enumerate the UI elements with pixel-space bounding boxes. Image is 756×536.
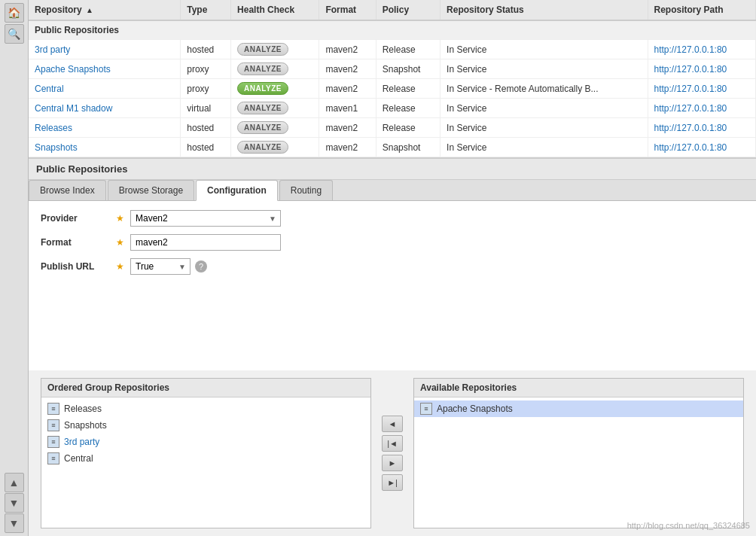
publish-url-help-icon[interactable]: ? <box>195 260 207 273</box>
provider-select-wrapper: Maven2 <box>130 210 281 227</box>
detail-panel: Public Repositories Browse Index Browse … <box>29 157 756 536</box>
repo-item-icon: ≡ <box>47 452 59 464</box>
ordered-repos-panel: Ordered Group Repositories ≡Releases≡Sna… <box>41 378 371 529</box>
detail-content: Provider ★ Maven2 Format ★ Publish URL <box>29 201 756 370</box>
repo-type-cell: hosted <box>181 40 231 59</box>
col-health-check[interactable]: Health Check <box>231 0 319 20</box>
repo-item-label: Central <box>64 453 93 464</box>
col-format[interactable]: Format <box>319 0 376 20</box>
publish-url-select-wrapper: True False <box>130 258 191 275</box>
publish-url-controls: True False ? <box>130 258 207 275</box>
table-row[interactable]: Apache SnapshotsproxyANALYZEmaven2Snapsh… <box>29 59 756 79</box>
ordered-repo-item[interactable]: ≡Central <box>41 450 370 467</box>
analyze-button[interactable]: ANALYZE <box>237 43 288 56</box>
sidebar-scroll-down1-icon[interactable]: ▼ <box>5 493 24 513</box>
transfer-first-button[interactable]: |◄ <box>382 435 403 452</box>
repo-path-link[interactable]: http://127.0.0.1:80 <box>654 44 727 55</box>
repo-path-link[interactable]: http://127.0.0.1:80 <box>654 123 727 133</box>
sidebar-scroll-up-icon[interactable]: ▲ <box>5 473 24 492</box>
publish-url-required-star: ★ <box>116 261 124 272</box>
sort-arrow-repository: ▲ <box>86 6 93 14</box>
repo-status-cell: In Service <box>440 138 648 157</box>
repo-type-cell: proxy <box>181 79 231 99</box>
repo-status-cell: In Service <box>440 118 648 138</box>
analyze-button[interactable]: ANALYZE <box>237 141 288 154</box>
publish-url-select[interactable]: True False <box>130 258 191 275</box>
tab-routing[interactable]: Routing <box>279 180 333 200</box>
ordered-repos-title: Ordered Group Repositories <box>41 379 370 397</box>
repo-policy-cell: Release <box>376 118 440 138</box>
repo-item-icon: ≡ <box>47 436 59 448</box>
repo-name-link[interactable]: Central M1 shadow <box>35 103 112 114</box>
table-row[interactable]: CentralproxyANALYZEmaven2ReleaseIn Servi… <box>29 79 756 99</box>
repo-item-icon: ≡ <box>47 403 59 415</box>
repo-policy-cell: Release <box>376 79 440 99</box>
repo-path-cell: http://127.0.0.1:80 <box>648 118 755 138</box>
table-row[interactable]: Central M1 shadowvirtualANALYZEmaven1Rel… <box>29 99 756 118</box>
col-policy[interactable]: Policy <box>376 0 440 20</box>
repo-name-cell: Apache Snapshots <box>29 59 181 79</box>
available-repo-item[interactable]: ≡Apache Snapshots <box>414 400 743 417</box>
tab-browse-index[interactable]: Browse Index <box>29 180 106 200</box>
transfer-buttons-group: ◄ |◄ ► ►| <box>379 378 406 529</box>
repo-path-cell: http://127.0.0.1:80 <box>648 79 755 99</box>
table-row[interactable]: 3rd partyhostedANALYZEmaven2ReleaseIn Se… <box>29 40 756 59</box>
repo-health-check-cell: ANALYZE <box>231 99 319 118</box>
repo-policy-cell: Release <box>376 99 440 118</box>
repo-format-cell: maven2 <box>319 138 376 157</box>
repo-status-cell: In Service <box>440 99 648 118</box>
repo-path-link[interactable]: http://127.0.0.1:80 <box>654 103 727 114</box>
ordered-repo-item[interactable]: ≡Snapshots <box>41 417 370 434</box>
ordered-repo-item[interactable]: ≡Releases <box>41 400 370 417</box>
analyze-button[interactable]: ANALYZE <box>237 102 288 114</box>
repo-health-check-cell: ANALYZE <box>231 40 319 59</box>
repo-name-cell: 3rd party <box>29 40 181 59</box>
tab-browse-storage[interactable]: Browse Storage <box>108 180 194 200</box>
repo-item-icon: ≡ <box>47 419 59 431</box>
analyze-button[interactable]: ANALYZE <box>237 82 288 95</box>
transfer-right-button[interactable]: ► <box>382 455 403 471</box>
repository-table-section: Repository ▲ Type Health Check Format Po… <box>29 0 756 157</box>
col-repository-path[interactable]: Repository Path <box>648 0 755 20</box>
provider-select[interactable]: Maven2 <box>130 210 281 227</box>
repo-type-cell: hosted <box>181 118 231 138</box>
repo-type-cell: virtual <box>181 99 231 118</box>
repo-status-cell: In Service <box>440 59 648 79</box>
repo-path-link[interactable]: http://127.0.0.1:80 <box>654 64 727 75</box>
group-header-label: Public Repositories <box>29 20 756 40</box>
analyze-button[interactable]: ANALYZE <box>237 62 288 75</box>
col-type[interactable]: Type <box>181 0 231 20</box>
tab-configuration[interactable]: Configuration <box>196 180 278 201</box>
transfer-last-button[interactable]: ►| <box>382 474 403 491</box>
sidebar-scroll-down2-icon[interactable]: ▼ <box>5 513 24 533</box>
sidebar-home-icon[interactable]: 🏠 <box>5 3 24 23</box>
repo-path-link[interactable]: http://127.0.0.1:80 <box>654 142 727 153</box>
provider-required-star: ★ <box>116 213 124 224</box>
repo-name-link[interactable]: Apache Snapshots <box>35 64 111 75</box>
analyze-button[interactable]: ANALYZE <box>237 121 288 134</box>
format-input[interactable] <box>130 234 281 251</box>
repo-health-check-cell: ANALYZE <box>231 118 319 138</box>
repo-name-link[interactable]: Releases <box>35 123 72 133</box>
repo-item-label: Apache Snapshots <box>437 404 513 414</box>
repo-panels-container: Ordered Group Repositories ≡Releases≡Sna… <box>29 370 756 537</box>
repo-name-link[interactable]: Central <box>35 84 64 94</box>
table-row[interactable]: SnapshotshostedANALYZEmaven2SnapshotIn S… <box>29 138 756 157</box>
repo-path-cell: http://127.0.0.1:80 <box>648 40 755 59</box>
sidebar-search-icon[interactable]: 🔍 <box>5 24 24 44</box>
repo-health-check-cell: ANALYZE <box>231 79 319 99</box>
available-repos-list: ≡Apache Snapshots <box>414 397 743 528</box>
repo-path-link[interactable]: http://127.0.0.1:80 <box>654 84 727 94</box>
repo-status-cell: In Service - Remote Automatically B... <box>440 79 648 99</box>
repository-table: Repository ▲ Type Health Check Format Po… <box>29 0 756 157</box>
repo-name-link[interactable]: Snapshots <box>35 142 78 153</box>
repo-name-cell: Releases <box>29 118 181 138</box>
transfer-left-button[interactable]: ◄ <box>382 416 403 432</box>
col-repository[interactable]: Repository ▲ <box>29 0 181 20</box>
col-repository-status[interactable]: Repository Status <box>440 0 648 20</box>
repo-item-label: 3rd party <box>64 437 99 447</box>
content-area: Repository ▲ Type Health Check Format Po… <box>29 0 756 536</box>
table-row[interactable]: ReleaseshostedANALYZEmaven2ReleaseIn Ser… <box>29 118 756 138</box>
ordered-repo-item[interactable]: ≡3rd party <box>41 434 370 450</box>
repo-name-link[interactable]: 3rd party <box>35 44 70 55</box>
